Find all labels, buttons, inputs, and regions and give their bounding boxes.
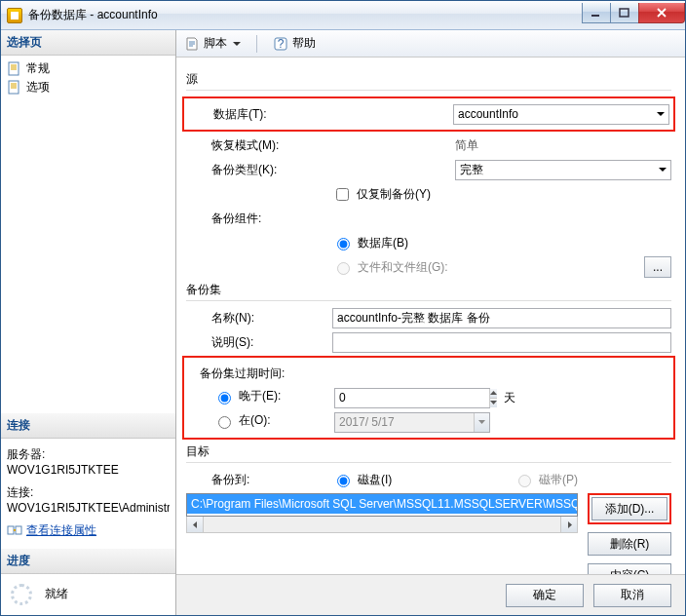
titlebar[interactable]: 备份数据库 - accountInfo [1, 1, 685, 30]
svg-rect-1 [620, 9, 629, 17]
expire-on-datepicker: 2017/ 5/17 [334, 412, 490, 433]
chevron-down-icon [659, 168, 667, 175]
set-name-input[interactable] [332, 308, 671, 328]
database-combo[interactable]: accountInfo [453, 104, 669, 125]
radio-expire-on[interactable]: 在(O): [213, 412, 271, 429]
copy-only-checkbox[interactable]: 仅复制备份(Y) [332, 185, 431, 204]
maximize-button[interactable] [610, 3, 639, 23]
highlight-add-button: 添加(D)... [588, 493, 671, 524]
datepicker-button [474, 413, 489, 432]
chevron-down-icon [233, 42, 241, 50]
sidebar-item-label: 常规 [26, 60, 50, 77]
help-button[interactable]: ? 帮助 [273, 35, 316, 52]
expire-title: 备份集过期时间: [188, 366, 285, 382]
database-label: 数据库(T): [188, 106, 334, 123]
destination-list[interactable]: C:\Program Files\Microsoft SQL Server\MS… [186, 493, 578, 517]
sidebar: 选择页 常规 选项 连接 服务器: WOV1G1RI5JTKTEE 连接: WO… [1, 30, 176, 615]
page-icon [7, 61, 22, 77]
files-browse-button[interactable]: ... [644, 256, 671, 278]
page-icon [7, 80, 22, 96]
sidebar-item-options[interactable]: 选项 [7, 78, 170, 96]
spin-down-button[interactable] [490, 399, 497, 407]
progress-state: 就绪 [45, 587, 68, 600]
radio-database[interactable]: 数据库(B) [332, 235, 408, 251]
app-icon [7, 8, 22, 23]
backup-type-combo[interactable]: 完整 [455, 160, 671, 180]
script-button[interactable]: 脚本 [184, 35, 241, 52]
connection-value: WOV1G1RI5JTKTEE\Administrat [7, 501, 170, 515]
set-name-label: 名称(N): [186, 310, 332, 327]
set-desc-input[interactable] [332, 332, 671, 353]
horizontal-scrollbar[interactable] [186, 517, 578, 533]
script-icon [184, 36, 200, 52]
source-group-label: 源 [186, 71, 671, 88]
radio-files-and-filegroups: 文件和文件组(G): [332, 259, 448, 276]
svg-rect-5 [16, 526, 21, 534]
cancel-button[interactable]: 取消 [593, 584, 671, 607]
backup-set-group-label: 备份集 [186, 282, 671, 298]
sidebar-pages-title: 选择页 [1, 30, 175, 56]
minimize-button[interactable] [582, 3, 611, 23]
expire-after-unit: 天 [504, 390, 515, 406]
dialog-footer: 确定 取消 [176, 574, 685, 615]
ok-button[interactable]: 确定 [506, 584, 584, 607]
sidebar-item-label: 选项 [26, 79, 50, 96]
destination-item[interactable]: C:\Program Files\Microsoft SQL Server\MS… [187, 494, 577, 514]
set-desc-label: 说明(S): [186, 334, 332, 351]
recovery-model-label: 恢复模式(M): [186, 137, 332, 154]
backup-component-label: 备份组件: [186, 211, 332, 227]
connection-info: 服务器: WOV1G1RI5JTKTEE 连接: WOV1G1RI5JTKTEE… [1, 439, 175, 550]
connection-label: 连接: [7, 484, 170, 501]
window-title: 备份数据库 - accountInfo [28, 7, 583, 23]
progress-box: 就绪 [1, 574, 175, 615]
server-label: 服务器: [7, 446, 170, 463]
connection-icon [7, 522, 22, 538]
sidebar-item-general[interactable]: 常规 [7, 59, 170, 78]
svg-rect-4 [8, 526, 14, 534]
highlight-expiration-box: 备份集过期时间: 晚于(E): [182, 356, 675, 440]
radio-disk[interactable]: 磁盘(I) [332, 472, 392, 488]
backup-to-label: 备份到: [186, 472, 332, 488]
highlight-database-row: 数据库(T): accountInfo [182, 96, 675, 132]
contents-button[interactable]: 内容(C) [588, 563, 671, 574]
radio-expire-after[interactable]: 晚于(E): [213, 388, 281, 404]
add-destination-button[interactable]: 添加(D)... [591, 497, 667, 520]
help-icon: ? [273, 36, 288, 52]
chevron-down-icon [657, 112, 665, 120]
close-button[interactable] [638, 3, 685, 23]
scroll-right-button[interactable] [560, 517, 577, 532]
remove-destination-button[interactable]: 删除(R) [588, 532, 671, 556]
expire-after-spinner[interactable] [334, 388, 490, 408]
progress-spinner-icon [11, 584, 32, 605]
toolbar: 脚本 ? 帮助 [176, 30, 685, 58]
svg-text:?: ? [278, 37, 285, 51]
spin-up-button[interactable] [490, 389, 497, 399]
svg-rect-0 [591, 15, 599, 17]
scroll-left-button[interactable] [187, 517, 204, 532]
recovery-model-value: 简单 [455, 137, 671, 154]
sidebar-progress-title: 进度 [1, 549, 175, 574]
radio-tape: 磁带(P) [514, 472, 578, 488]
backup-type-label: 备份类型(K): [186, 162, 332, 178]
server-value: WOV1G1RI5JTKTEE [7, 463, 170, 477]
dialog-window: 备份数据库 - accountInfo 选择页 常规 选项 连接 [0, 0, 686, 616]
sidebar-connection-title: 连接 [1, 413, 175, 439]
destination-group-label: 目标 [186, 443, 671, 460]
toolbar-separator [256, 35, 257, 53]
view-connection-properties-link[interactable]: 查看连接属性 [7, 522, 96, 539]
